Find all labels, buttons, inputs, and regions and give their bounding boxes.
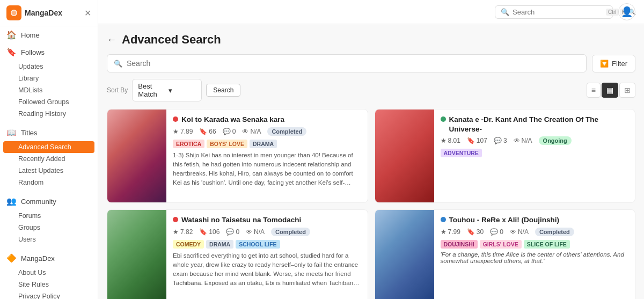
manga-title-row: Watashi no Taisetsu na Tomodachi <box>173 215 361 225</box>
filter-button[interactable]: 🔽 Filter <box>592 55 635 72</box>
sidebar-item-random[interactable]: Random <box>0 177 98 188</box>
manga-card[interactable]: Watashi no Taisetsu na Tomodachi ★ 7.82 … <box>107 209 368 299</box>
follows-stat: 🔖 30 <box>467 228 484 236</box>
follows-stat: 🔖 106 <box>199 228 219 236</box>
manga-tags: COMEDY DRAMA SCHOOL LIFE <box>173 240 361 249</box>
tag[interactable]: SCHOOL LIFE <box>236 240 280 249</box>
back-button[interactable]: ← <box>107 34 116 46</box>
sidebar-item-privacy-policy[interactable]: Privacy Policy <box>0 290 98 299</box>
sidebar-item-recently-added[interactable]: Recently Added <box>0 153 98 165</box>
star-icon: ★ <box>441 137 447 144</box>
sort-select[interactable]: Best Match ▾ <box>132 79 202 101</box>
sidebar-item-titles[interactable]: 📖 Titles <box>0 124 98 141</box>
comments-stat: 💬 3 <box>494 137 507 144</box>
main-content: 🔍 Ctrl K 🔍 👤 ← Advanced Search 🔍 🔽 Filt <box>98 0 644 299</box>
manga-title-row: Koi to Karada wa Senaka kara <box>173 115 361 125</box>
sidebar-item-reading-history[interactable]: Reading History <box>0 108 98 120</box>
sidebar-item-groups[interactable]: Groups <box>0 222 98 234</box>
eye-icon: 👁 <box>246 228 252 236</box>
manga-grid: Koi to Karada wa Senaka kara ★ 7.89 🔖 66… <box>107 109 635 299</box>
follows-stat: 🔖 66 <box>199 128 216 135</box>
compact-view-button[interactable]: ▤ <box>602 83 618 98</box>
tag[interactable]: COMEDY <box>173 240 204 249</box>
sidebar-item-latest-updates[interactable]: Latest Updates <box>0 165 98 177</box>
sidebar-community-label: Community <box>21 198 56 206</box>
status-dot <box>173 217 178 222</box>
sidebar-item-library[interactable]: Library <box>0 72 98 84</box>
main-search-box[interactable]: 🔍 <box>107 54 587 72</box>
view-toggle: ≡ ▤ ⊞ <box>587 83 635 98</box>
list-view-button[interactable]: ≡ <box>587 83 601 98</box>
sidebar-item-updates[interactable]: Updates <box>0 61 98 72</box>
eye-icon: 👁 <box>514 137 520 144</box>
tag[interactable]: DRAMA <box>250 140 277 148</box>
search-icon: 🔍 <box>501 8 509 16</box>
chevron-down-icon: ▾ <box>169 86 196 94</box>
tag[interactable]: DOUJINSHI <box>441 240 478 249</box>
status-dot <box>441 116 446 122</box>
rating-stat: ★ 7.82 <box>173 228 193 236</box>
sidebar-titles-label: Titles <box>21 129 38 137</box>
topbar-search-input[interactable] <box>513 8 603 16</box>
manga-stats: ★ 7.89 🔖 66 💬 0 👁 N/A Completed <box>173 127 361 136</box>
star-icon: ★ <box>173 128 179 135</box>
topbar-search[interactable]: 🔍 Ctrl K 🔍 <box>495 5 613 19</box>
comment-icon: 💬 <box>226 228 234 236</box>
manga-desc: Ebi sacrificed everything to get into ar… <box>173 251 361 288</box>
grid-view-button[interactable]: ⊞ <box>619 83 635 98</box>
sidebar-item-forums[interactable]: Forums <box>0 210 98 222</box>
views-stat: 👁 N/A <box>510 228 529 236</box>
sidebar-item-community[interactable]: 👥 Community <box>0 193 98 210</box>
sidebar-item-home[interactable]: 🏠 Home <box>0 26 98 43</box>
search-row: 🔍 🔽 Filter <box>107 54 635 72</box>
sidebar-item-follows[interactable]: 🔖 Follows <box>0 43 98 61</box>
manga-card[interactable]: Kanata e -Dr. Kant And The Creation Of T… <box>375 109 636 203</box>
tag[interactable]: GIRLS' LOVE <box>480 240 522 249</box>
status-badge: Ongoing <box>539 136 572 145</box>
sidebar-item-mangadex-section[interactable]: 🔶 MangaDex <box>0 250 98 267</box>
tag[interactable]: EROTICA <box>173 140 204 148</box>
comment-icon: 💬 <box>490 228 498 236</box>
status-badge: Completed <box>267 127 306 136</box>
manga-title-row: Kanata e -Dr. Kant And The Creation Of T… <box>441 115 629 134</box>
sidebar-item-followed-groups[interactable]: Followed Groups <box>0 96 98 108</box>
comment-icon: 💬 <box>494 137 502 144</box>
tag[interactable]: BOYS' LOVE <box>207 140 247 148</box>
eye-icon: 👁 <box>510 228 516 236</box>
user-avatar[interactable]: 👤 <box>618 3 635 20</box>
topbar: 🔍 Ctrl K 🔍 👤 <box>98 0 644 24</box>
sidebar-item-about-us[interactable]: About Us <box>0 267 98 279</box>
tag[interactable]: SLICE OF LIFE <box>524 240 570 249</box>
views-stat: 👁 N/A <box>242 128 261 135</box>
manga-card[interactable]: Koi to Karada wa Senaka kara ★ 7.89 🔖 66… <box>107 109 368 203</box>
star-icon: ★ <box>173 228 179 236</box>
list-icon: ≡ <box>591 86 596 94</box>
sidebar-item-mdlists[interactable]: MDLists <box>0 84 98 96</box>
search-button[interactable]: Search <box>206 84 240 97</box>
bookmark-stat-icon: 🔖 <box>467 228 475 236</box>
status-dot <box>441 217 446 222</box>
tag[interactable]: ADVENTURE <box>441 149 482 157</box>
star-icon: ★ <box>441 228 447 236</box>
main-search-input[interactable] <box>127 59 580 68</box>
manga-tags: EROTICA BOYS' LOVE DRAMA <box>173 140 361 148</box>
sidebar-item-site-rules[interactable]: Site Rules <box>0 279 98 290</box>
home-icon: 🏠 <box>6 30 17 40</box>
tag[interactable]: DRAMA <box>206 240 233 249</box>
mangadex-icon: 🔶 <box>6 253 17 263</box>
status-dot <box>173 116 178 122</box>
manga-info: Touhou - ReRe x Ali! (Doujinshi) ★ 7.99 … <box>434 210 635 299</box>
eye-icon: 👁 <box>242 128 248 135</box>
bookmark-stat-icon: 🔖 <box>199 128 207 135</box>
sidebar-mangadex-label: MangaDex <box>21 254 55 262</box>
manga-card[interactable]: Touhou - ReRe x Ali! (Doujinshi) ★ 7.99 … <box>375 209 636 299</box>
manga-cover <box>375 110 434 202</box>
comments-stat: 💬 0 <box>223 128 236 135</box>
manga-info: Watashi no Taisetsu na Tomodachi ★ 7.82 … <box>166 210 368 299</box>
sidebar-item-users[interactable]: Users <box>0 234 98 245</box>
manga-desc: 'For a change, this time Alice is the ce… <box>441 251 629 264</box>
close-icon[interactable]: ✕ <box>84 8 91 18</box>
sidebar-item-advanced-search[interactable]: Advanced Search <box>3 141 94 153</box>
rating-stat: ★ 8.01 <box>441 137 460 144</box>
search-icon-main: 🔍 <box>114 60 122 68</box>
